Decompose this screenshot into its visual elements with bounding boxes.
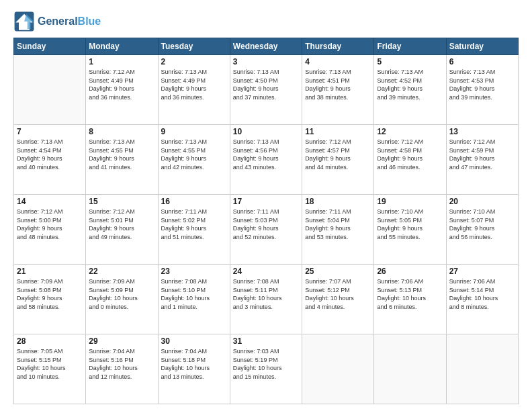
- calendar-cell: 9Sunrise: 7:13 AMSunset: 4:55 PMDaylight…: [158, 125, 230, 195]
- weekday-sunday: Sunday: [14, 38, 86, 55]
- day-number: 18: [305, 197, 371, 206]
- calendar-cell: 18Sunrise: 7:11 AMSunset: 5:04 PMDayligh…: [302, 195, 374, 265]
- calendar-cell: 2Sunrise: 7:13 AMSunset: 4:49 PMDaylight…: [158, 55, 230, 125]
- day-number: 16: [161, 197, 227, 206]
- cell-info: Sunrise: 7:08 AMSunset: 5:10 PMDaylight:…: [161, 277, 227, 311]
- cell-info: Sunrise: 7:13 AMSunset: 4:52 PMDaylight:…: [377, 68, 443, 101]
- day-number: 30: [161, 336, 227, 346]
- cell-info: Sunrise: 7:11 AMSunset: 5:04 PMDaylight:…: [305, 208, 371, 241]
- page: GeneralBlue SundayMondayTuesdayWednesday…: [0, 0, 532, 411]
- calendar-cell: 15Sunrise: 7:12 AMSunset: 5:01 PMDayligh…: [86, 195, 158, 265]
- calendar-cell: 16Sunrise: 7:11 AMSunset: 5:02 PMDayligh…: [158, 195, 230, 265]
- calendar-cell: 1Sunrise: 7:12 AMSunset: 4:49 PMDaylight…: [86, 55, 158, 125]
- calendar-cell: 28Sunrise: 7:05 AMSunset: 5:15 PMDayligh…: [14, 334, 86, 404]
- day-number: 22: [89, 267, 154, 276]
- calendar-cell: 4Sunrise: 7:13 AMSunset: 4:51 PMDaylight…: [302, 55, 374, 125]
- cell-info: Sunrise: 7:09 AMSunset: 5:09 PMDaylight:…: [89, 277, 154, 311]
- cell-info: Sunrise: 7:07 AMSunset: 5:12 PMDaylight:…: [305, 277, 371, 311]
- cell-info: Sunrise: 7:10 AMSunset: 5:07 PMDaylight:…: [449, 208, 515, 241]
- cell-info: Sunrise: 7:13 AMSunset: 4:55 PMDaylight:…: [89, 138, 154, 171]
- calendar-week-2: 7Sunrise: 7:13 AMSunset: 4:54 PMDaylight…: [14, 125, 519, 195]
- day-number: 10: [233, 127, 299, 136]
- calendar-cell: 24Sunrise: 7:08 AMSunset: 5:11 PMDayligh…: [230, 265, 302, 334]
- cell-info: Sunrise: 7:13 AMSunset: 4:54 PMDaylight:…: [17, 138, 83, 171]
- day-number: 11: [305, 127, 371, 136]
- calendar-cell: 31Sunrise: 7:03 AMSunset: 5:19 PMDayligh…: [230, 334, 302, 404]
- cell-info: Sunrise: 7:12 AMSunset: 4:58 PMDaylight:…: [377, 138, 443, 171]
- calendar-cell: 3Sunrise: 7:13 AMSunset: 4:50 PMDaylight…: [230, 55, 302, 125]
- calendar-week-4: 21Sunrise: 7:09 AMSunset: 5:08 PMDayligh…: [14, 265, 519, 334]
- cell-info: Sunrise: 7:13 AMSunset: 4:55 PMDaylight:…: [161, 138, 227, 171]
- day-number: 8: [89, 127, 154, 136]
- day-number: 4: [305, 57, 371, 66]
- cell-info: Sunrise: 7:13 AMSunset: 4:56 PMDaylight:…: [233, 138, 299, 171]
- weekday-friday: Friday: [374, 38, 446, 55]
- cell-info: Sunrise: 7:03 AMSunset: 5:19 PMDaylight:…: [233, 347, 299, 381]
- calendar-cell: [14, 55, 86, 125]
- calendar-cell: 12Sunrise: 7:12 AMSunset: 4:58 PMDayligh…: [374, 125, 446, 195]
- day-number: 15: [89, 197, 154, 206]
- calendar-cell: 8Sunrise: 7:13 AMSunset: 4:55 PMDaylight…: [86, 125, 158, 195]
- day-number: 29: [89, 336, 154, 346]
- calendar-cell: 30Sunrise: 7:04 AMSunset: 5:18 PMDayligh…: [158, 334, 230, 404]
- weekday-wednesday: Wednesday: [230, 38, 302, 55]
- day-number: 6: [449, 57, 515, 66]
- day-number: 24: [233, 267, 299, 276]
- calendar-cell: 29Sunrise: 7:04 AMSunset: 5:16 PMDayligh…: [86, 334, 158, 404]
- header: GeneralBlue: [13, 11, 519, 32]
- weekday-tuesday: Tuesday: [158, 38, 230, 55]
- calendar-week-5: 28Sunrise: 7:05 AMSunset: 5:15 PMDayligh…: [14, 334, 519, 404]
- day-number: 20: [449, 197, 515, 206]
- day-number: 27: [449, 267, 515, 276]
- calendar-cell: 22Sunrise: 7:09 AMSunset: 5:09 PMDayligh…: [86, 265, 158, 334]
- calendar-cell: 11Sunrise: 7:12 AMSunset: 4:57 PMDayligh…: [302, 125, 374, 195]
- weekday-header-row: SundayMondayTuesdayWednesdayThursdayFrid…: [14, 38, 519, 55]
- cell-info: Sunrise: 7:10 AMSunset: 5:05 PMDaylight:…: [377, 208, 443, 241]
- weekday-thursday: Thursday: [302, 38, 374, 55]
- cell-info: Sunrise: 7:13 AMSunset: 4:51 PMDaylight:…: [305, 68, 371, 101]
- calendar-cell: 21Sunrise: 7:09 AMSunset: 5:08 PMDayligh…: [14, 265, 86, 334]
- cell-info: Sunrise: 7:13 AMSunset: 4:49 PMDaylight:…: [161, 68, 227, 101]
- day-number: 7: [17, 127, 83, 136]
- calendar-table: SundayMondayTuesdayWednesdayThursdayFrid…: [13, 38, 519, 404]
- calendar-cell: 10Sunrise: 7:13 AMSunset: 4:56 PMDayligh…: [230, 125, 302, 195]
- cell-info: Sunrise: 7:13 AMSunset: 4:53 PMDaylight:…: [449, 68, 515, 101]
- day-number: 21: [17, 267, 83, 276]
- day-number: 31: [233, 336, 299, 346]
- cell-info: Sunrise: 7:04 AMSunset: 5:16 PMDaylight:…: [89, 347, 154, 381]
- day-number: 13: [449, 127, 515, 136]
- day-number: 9: [161, 127, 227, 136]
- calendar-cell: 6Sunrise: 7:13 AMSunset: 4:53 PMDaylight…: [446, 55, 518, 125]
- calendar-cell: 14Sunrise: 7:12 AMSunset: 5:00 PMDayligh…: [14, 195, 86, 265]
- calendar-week-3: 14Sunrise: 7:12 AMSunset: 5:00 PMDayligh…: [14, 195, 519, 265]
- calendar-week-1: 1Sunrise: 7:12 AMSunset: 4:49 PMDaylight…: [14, 55, 519, 125]
- cell-info: Sunrise: 7:12 AMSunset: 4:59 PMDaylight:…: [449, 138, 515, 171]
- day-number: 3: [233, 57, 299, 66]
- cell-info: Sunrise: 7:05 AMSunset: 5:15 PMDaylight:…: [17, 347, 83, 381]
- cell-info: Sunrise: 7:12 AMSunset: 4:57 PMDaylight:…: [305, 138, 371, 171]
- day-number: 28: [17, 336, 83, 346]
- weekday-saturday: Saturday: [446, 38, 518, 55]
- calendar-cell: 27Sunrise: 7:06 AMSunset: 5:14 PMDayligh…: [446, 265, 518, 334]
- cell-info: Sunrise: 7:12 AMSunset: 5:00 PMDaylight:…: [17, 208, 83, 241]
- cell-info: Sunrise: 7:13 AMSunset: 4:50 PMDaylight:…: [233, 68, 299, 101]
- day-number: 19: [377, 197, 443, 206]
- cell-info: Sunrise: 7:12 AMSunset: 5:01 PMDaylight:…: [89, 208, 154, 241]
- logo-text: GeneralBlue: [38, 15, 101, 28]
- day-number: 5: [377, 57, 443, 66]
- calendar-cell: 20Sunrise: 7:10 AMSunset: 5:07 PMDayligh…: [446, 195, 518, 265]
- calendar-cell: 5Sunrise: 7:13 AMSunset: 4:52 PMDaylight…: [374, 55, 446, 125]
- cell-info: Sunrise: 7:11 AMSunset: 5:03 PMDaylight:…: [233, 208, 299, 241]
- logo: GeneralBlue: [13, 11, 101, 32]
- cell-info: Sunrise: 7:11 AMSunset: 5:02 PMDaylight:…: [161, 208, 227, 241]
- calendar-cell: 23Sunrise: 7:08 AMSunset: 5:10 PMDayligh…: [158, 265, 230, 334]
- day-number: 2: [161, 57, 227, 66]
- cell-info: Sunrise: 7:09 AMSunset: 5:08 PMDaylight:…: [17, 277, 83, 311]
- calendar-cell: [302, 334, 374, 404]
- calendar-cell: 13Sunrise: 7:12 AMSunset: 4:59 PMDayligh…: [446, 125, 518, 195]
- cell-info: Sunrise: 7:12 AMSunset: 4:49 PMDaylight:…: [89, 68, 154, 101]
- calendar-cell: 7Sunrise: 7:13 AMSunset: 4:54 PMDaylight…: [14, 125, 86, 195]
- day-number: 23: [161, 267, 227, 276]
- calendar-cell: 25Sunrise: 7:07 AMSunset: 5:12 PMDayligh…: [302, 265, 374, 334]
- cell-info: Sunrise: 7:06 AMSunset: 5:14 PMDaylight:…: [449, 277, 515, 311]
